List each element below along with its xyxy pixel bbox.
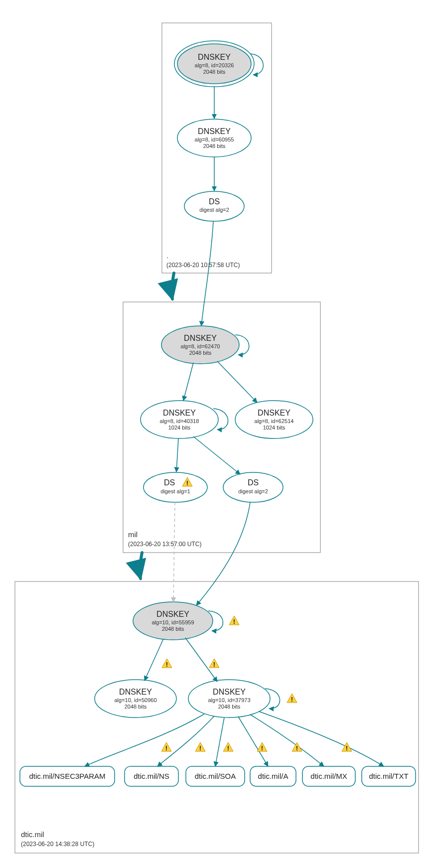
svg-text:DNSKEY: DNSKEY	[258, 409, 290, 417]
svg-text:DNSKEY: DNSKEY	[213, 688, 246, 696]
svg-text:2048 bits: 2048 bits	[203, 143, 226, 149]
svg-point-11	[184, 191, 244, 221]
edge-rr-soa	[215, 718, 224, 766]
warning-icon	[257, 742, 267, 752]
svg-text:DNSKEY: DNSKEY	[163, 409, 196, 417]
zone-dtic-name: dtic.mil	[21, 830, 44, 839]
zone-arrow-root-mil	[171, 273, 174, 299]
zone-dtic: dtic.mil (2023-06-20 14:38:28 UTC) DNSKE…	[15, 502, 419, 853]
zone-mil-ts: (2023-06-20 13:57:00 UTC)	[128, 541, 201, 548]
zone-root: . (2023-06-20 10:57:58 UTC) DNSKEY alg=8…	[162, 23, 272, 273]
svg-text:digest alg=2: digest alg=2	[199, 207, 229, 213]
svg-text:DNSKEY: DNSKEY	[119, 688, 152, 696]
rrset-mx: dtic.mil/MX	[302, 766, 355, 786]
node-mil-zsk1: DNSKEY alg=8, id=40318 1024 bits	[141, 401, 218, 438]
svg-text:alg=8, id=40318: alg=8, id=40318	[160, 418, 199, 424]
svg-text:2048 bits: 2048 bits	[218, 704, 241, 710]
zone-dtic-ts: (2023-06-20 14:38:28 UTC)	[21, 841, 94, 848]
warning-icon	[292, 742, 302, 752]
svg-text:DS: DS	[164, 478, 175, 487]
svg-text:alg=8, id=62470: alg=8, id=62470	[181, 343, 220, 349]
edge-mil-zsk1-ds1	[176, 438, 178, 472]
svg-text:DNSKEY: DNSKEY	[198, 127, 231, 136]
node-dtic-zsk2: DNSKEY alg=10, id=37973 2048 bits	[188, 680, 270, 718]
svg-text:DNSKEY: DNSKEY	[156, 610, 189, 618]
node-mil-ksk: DNSKEY alg=8, id=62470 2048 bits	[161, 326, 239, 364]
edge-rr-mx	[250, 715, 324, 766]
svg-text:alg=8, id=60955: alg=8, id=60955	[195, 137, 234, 143]
edge-rr-txt	[259, 712, 384, 766]
svg-text:alg=10, id=50960: alg=10, id=50960	[114, 697, 156, 703]
svg-point-30	[223, 472, 283, 502]
rrset-ns: dtic.mil/NS	[125, 766, 178, 786]
svg-text:DS: DS	[209, 197, 220, 206]
node-root-zsk: DNSKEY alg=8, id=60955 2048 bits	[177, 119, 251, 157]
svg-text:digest alg=1: digest alg=1	[160, 488, 190, 494]
node-mil-ds1: DS digest alg=1	[144, 472, 207, 502]
svg-text:1024 bits: 1024 bits	[168, 425, 191, 431]
svg-text:dtic.mil/SOA: dtic.mil/SOA	[195, 772, 236, 780]
svg-text:dtic.mil/TXT: dtic.mil/TXT	[369, 772, 408, 780]
svg-text:2048 bits: 2048 bits	[203, 69, 226, 75]
warning-icon	[161, 742, 171, 752]
svg-text:1024 bits: 1024 bits	[263, 425, 286, 431]
node-root-ds: DS digest alg=2	[184, 191, 244, 221]
warning-icon	[229, 616, 239, 625]
node-mil-zsk2: DNSKEY alg=8, id=62514 1024 bits	[235, 401, 313, 438]
svg-text:DS: DS	[248, 478, 259, 487]
svg-text:digest alg=2: digest alg=2	[238, 488, 268, 494]
zone-mil-name: mil	[128, 530, 138, 539]
rrset-txt: dtic.mil/TXT	[362, 766, 416, 786]
svg-text:alg=8, id=20326: alg=8, id=20326	[195, 62, 234, 68]
zone-root-name: .	[166, 251, 168, 260]
edge-root-ds-mil-ksk	[201, 221, 213, 326]
edge-rr-a	[238, 717, 268, 766]
edge-mil-zsk1-ds2	[193, 436, 240, 474]
warning-icon	[223, 742, 233, 752]
svg-text:alg=10, id=55959: alg=10, id=55959	[151, 619, 194, 625]
svg-text:dtic.mil/A: dtic.mil/A	[258, 772, 288, 780]
svg-text:alg=8, id=62514: alg=8, id=62514	[255, 418, 294, 424]
svg-text:dtic.mil/MX: dtic.mil/MX	[310, 772, 347, 780]
svg-text:alg=10, id=37973: alg=10, id=37973	[208, 697, 250, 703]
warning-icon	[195, 742, 205, 752]
zone-arrow-mil-dtic	[140, 553, 142, 579]
edge-rr-nsec3	[85, 714, 204, 766]
svg-text:2048 bits: 2048 bits	[162, 626, 184, 632]
node-root-ksk: DNSKEY alg=8, id=20326 2048 bits	[174, 41, 254, 87]
rrset-nsec3param: dtic.mil/NSEC3PARAM	[20, 766, 115, 786]
edge-mil-ksk-zsk2	[217, 361, 257, 403]
svg-text:2048 bits: 2048 bits	[189, 350, 212, 356]
rrset-soa: dtic.mil/SOA	[186, 766, 245, 786]
edge-mil-ksk-zsk1	[183, 363, 193, 401]
svg-text:dtic.mil/NS: dtic.mil/NS	[134, 772, 169, 780]
warning-icon	[209, 659, 219, 668]
edge-dtic-ksk-zsk1	[144, 639, 163, 681]
warning-icon	[287, 694, 297, 703]
svg-rect-33	[15, 581, 419, 853]
rrset-a: dtic.mil/A	[250, 766, 296, 786]
node-dtic-ksk: DNSKEY alg=10, id=55959 2048 bits	[133, 602, 213, 640]
svg-text:DNSKEY: DNSKEY	[198, 53, 231, 61]
svg-point-27	[144, 472, 207, 502]
node-mil-ds2: DS digest alg=2	[223, 472, 283, 502]
node-dtic-zsk1: DNSKEY alg=10, id=50960 2048 bits	[95, 680, 176, 718]
warning-icon	[342, 742, 352, 752]
svg-text:dtic.mil/NSEC3PARAM: dtic.mil/NSEC3PARAM	[29, 772, 105, 780]
warning-icon	[162, 659, 172, 668]
edge-mil-ds2-dtic-ksk	[196, 502, 250, 605]
zone-mil: mil (2023-06-20 13:57:00 UTC) DNSKEY alg…	[123, 221, 320, 553]
dnssec-diagram: ! . (2023-06-20 10:57:58 UTC) DNSKEY alg…	[5, 5, 427, 863]
svg-text:DNSKEY: DNSKEY	[184, 334, 217, 342]
edge-dtic-ksk-zsk2	[185, 638, 217, 682]
edge-mil-ds1-dtic-ksk	[173, 502, 175, 602]
zone-root-ts: (2023-06-20 10:57:58 UTC)	[166, 262, 240, 269]
svg-text:2048 bits: 2048 bits	[125, 704, 147, 710]
